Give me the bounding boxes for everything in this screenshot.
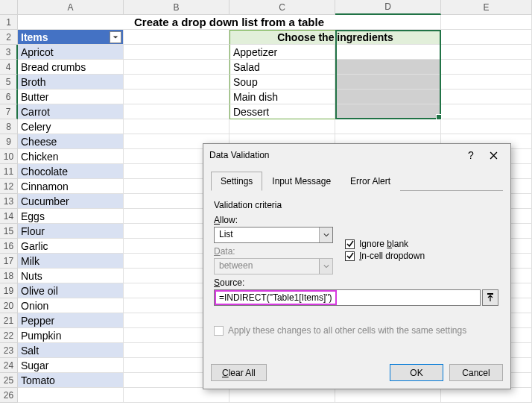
items-cell[interactable]: Cheese: [18, 134, 124, 149]
incell-dropdown-checkbox[interactable]: In-cell dropdown: [345, 251, 425, 261]
cell[interactable]: [124, 30, 229, 45]
cell[interactable]: [124, 104, 229, 119]
ok-button[interactable]: OK: [390, 364, 443, 381]
cell[interactable]: [229, 388, 335, 403]
ingredient-dropdown-cell[interactable]: [335, 45, 441, 60]
row-header[interactable]: 19: [0, 283, 18, 298]
items-cell[interactable]: Garlic: [18, 239, 124, 254]
row-header[interactable]: 18: [0, 269, 18, 283]
row-header[interactable]: 13: [0, 194, 18, 209]
column-header[interactable]: B: [124, 0, 229, 15]
column-header[interactable]: C: [229, 0, 335, 15]
ingredient-dropdown-cell[interactable]: [335, 75, 441, 90]
cell[interactable]: [441, 30, 532, 45]
source-input[interactable]: =INDIRECT("Table1[Items]"): [214, 289, 481, 306]
row-header[interactable]: 20: [0, 298, 18, 313]
close-button[interactable]: [482, 146, 504, 165]
items-cell[interactable]: Butter: [18, 90, 124, 104]
items-cell[interactable]: Cinnamon: [18, 179, 124, 194]
row-header[interactable]: 24: [0, 358, 18, 373]
column-header[interactable]: A: [18, 0, 124, 15]
items-cell[interactable]: Chicken: [18, 149, 124, 164]
row-header[interactable]: 6: [0, 90, 18, 104]
row-header[interactable]: 17: [0, 254, 18, 269]
cell[interactable]: [335, 119, 441, 134]
items-cell[interactable]: Bread crumbs: [18, 60, 124, 75]
column-header[interactable]: E: [441, 0, 532, 15]
range-picker-button[interactable]: [482, 289, 498, 306]
items-cell[interactable]: Onion: [18, 298, 124, 313]
column-header[interactable]: D: [335, 0, 441, 15]
items-cell[interactable]: Carrot: [18, 104, 124, 119]
tab-error-alert[interactable]: Error Alert: [341, 172, 400, 191]
tab-settings[interactable]: Settings: [211, 172, 262, 191]
row-header[interactable]: 22: [0, 328, 18, 343]
help-button[interactable]: ?: [460, 146, 482, 165]
ingredients-header[interactable]: Choose the ingredients: [229, 30, 441, 45]
items-cell[interactable]: Celery: [18, 119, 124, 134]
ingredient-dropdown-cell[interactable]: [335, 90, 441, 104]
row-header[interactable]: 12: [0, 179, 18, 194]
row-header[interactable]: 15: [0, 224, 18, 239]
cancel-button[interactable]: Cancel: [449, 364, 503, 381]
row-header[interactable]: 7: [0, 104, 18, 119]
row-header[interactable]: 9: [0, 134, 18, 149]
ignore-blank-checkbox[interactable]: Ignore blank: [345, 239, 425, 249]
clear-all-button[interactable]: Clear All: [211, 364, 267, 381]
cell[interactable]: Create a drop down list from a table: [18, 15, 441, 30]
cell[interactable]: [124, 75, 229, 90]
cell[interactable]: [124, 119, 229, 134]
cell[interactable]: [229, 119, 335, 134]
cell[interactable]: Items: [18, 30, 124, 45]
row-header[interactable]: 21: [0, 313, 18, 328]
cell[interactable]: [441, 90, 532, 104]
tab-input-message[interactable]: Input Message: [262, 172, 341, 191]
row-header[interactable]: 8: [0, 119, 18, 134]
cell[interactable]: [124, 388, 229, 403]
ingredient-label-cell[interactable]: Salad: [229, 60, 335, 75]
cell[interactable]: [441, 60, 532, 75]
ingredient-dropdown-cell[interactable]: [335, 60, 441, 75]
cell[interactable]: [124, 45, 229, 60]
ingredient-label-cell[interactable]: Soup: [229, 75, 335, 90]
cell[interactable]: [441, 75, 532, 90]
cell[interactable]: [441, 104, 532, 119]
row-header[interactable]: 2: [0, 30, 18, 45]
items-cell[interactable]: Apricot: [18, 45, 124, 60]
row-header[interactable]: 25: [0, 373, 18, 388]
cell[interactable]: [441, 119, 532, 134]
cell[interactable]: [124, 90, 229, 104]
cell[interactable]: [441, 45, 532, 60]
items-cell[interactable]: Salt: [18, 343, 124, 358]
filter-dropdown-button[interactable]: [110, 31, 121, 43]
cell[interactable]: [18, 388, 124, 403]
row-header[interactable]: 5: [0, 75, 18, 90]
ingredient-dropdown-cell[interactable]: [335, 104, 441, 119]
cell[interactable]: [441, 388, 532, 403]
row-header[interactable]: 1: [0, 15, 18, 30]
items-cell[interactable]: Cucumber: [18, 194, 124, 209]
items-cell[interactable]: Pepper: [18, 313, 124, 328]
items-cell[interactable]: Milk: [18, 254, 124, 269]
ingredient-label-cell[interactable]: Dessert: [229, 104, 335, 119]
items-cell[interactable]: Sugar: [18, 358, 124, 373]
items-cell[interactable]: Olive oil: [18, 283, 124, 298]
row-header[interactable]: 26: [0, 388, 18, 403]
items-cell[interactable]: Nuts: [18, 269, 124, 283]
items-cell[interactable]: Chocolate: [18, 164, 124, 179]
cell[interactable]: [124, 60, 229, 75]
items-cell[interactable]: Eggs: [18, 209, 124, 224]
allow-combo[interactable]: List: [214, 227, 333, 243]
row-header[interactable]: 3: [0, 45, 18, 60]
ingredient-label-cell[interactable]: Appetizer: [229, 45, 335, 60]
row-header[interactable]: 10: [0, 149, 18, 164]
row-header[interactable]: 4: [0, 60, 18, 75]
items-cell[interactable]: Pumpkin: [18, 328, 124, 343]
row-header[interactable]: 23: [0, 343, 18, 358]
items-cell[interactable]: Tomato: [18, 373, 124, 388]
row-header[interactable]: 14: [0, 209, 18, 224]
cell[interactable]: [441, 15, 532, 30]
items-cell[interactable]: Broth: [18, 75, 124, 90]
dialog-titlebar[interactable]: Data Validation ?: [203, 144, 510, 166]
row-header[interactable]: 11: [0, 164, 18, 179]
